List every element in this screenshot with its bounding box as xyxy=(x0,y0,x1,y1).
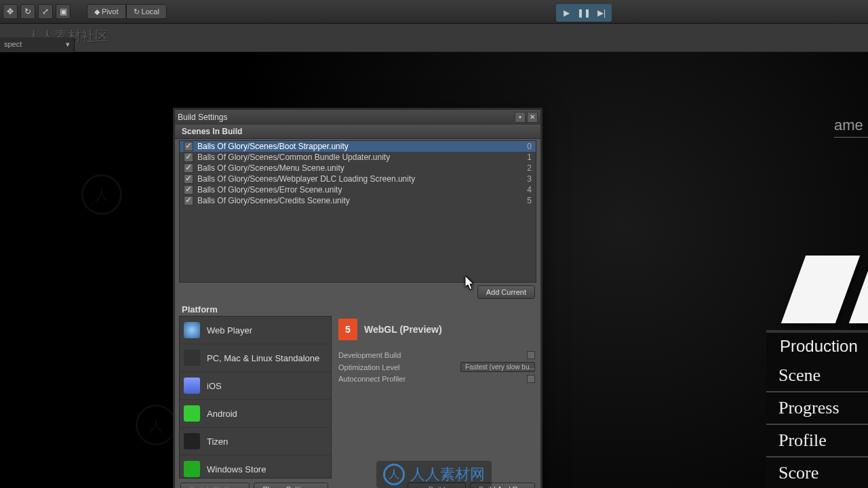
pivot-toggle[interactable]: ◆ Pivot xyxy=(87,4,126,19)
aspect-dropdown[interactable]: spect▾ xyxy=(0,37,75,52)
platform-label: Tizen xyxy=(207,436,228,447)
scenes-header: Scenes In Build xyxy=(175,125,540,139)
stage-area: 人 人 人 10,000 [Buy Co ame Institute of Gl… xyxy=(0,52,868,488)
scene-index: 3 xyxy=(518,174,532,184)
scene-index: 4 xyxy=(518,185,532,195)
sub-toolbar: 人人素材社区 xyxy=(0,24,868,52)
main-toolbar: ✥ ↻ ⤢ ▣ ◆ Pivot ↻ Local ▶ ❚❚ ▶| xyxy=(0,0,868,24)
play-button[interactable]: ▶ xyxy=(557,5,575,20)
platform-name: WebGL (Preview) xyxy=(364,324,442,335)
scene-index: 1 xyxy=(518,152,532,162)
clap-row-label: Progress xyxy=(766,392,868,425)
scene-index: 2 xyxy=(518,163,532,173)
platform-header: Platform xyxy=(175,302,540,316)
dev-build-option[interactable]: Development Build xyxy=(338,351,535,359)
checkbox-icon[interactable] xyxy=(184,196,193,205)
platform-row[interactable]: iOS xyxy=(180,372,331,400)
checkbox-icon[interactable] xyxy=(527,351,535,359)
watermark-icon: 人 xyxy=(136,405,176,445)
platform-row[interactable]: Web Player xyxy=(180,317,331,344)
optimization-dropdown[interactable]: Fastest (very slow bu... xyxy=(460,362,535,372)
step-button[interactable]: ▶| xyxy=(593,5,610,20)
platform-detail: 5 WebGL (Preview) Development Build Opti… xyxy=(337,316,536,479)
dialog-titlebar[interactable]: Build Settings ▪ ✕ xyxy=(175,110,540,125)
platform-icon xyxy=(184,378,200,394)
switch-platform-button[interactable]: Switch Platform xyxy=(180,483,250,488)
platform-row[interactable]: Tizen xyxy=(180,428,331,455)
scene-path: Balls Of Glory/Scenes/Boot Strapper.unit… xyxy=(197,142,518,151)
platform-icon xyxy=(184,322,200,338)
clapper-stripes xyxy=(781,256,868,323)
rotate-tool-button[interactable]: ⤢ xyxy=(38,4,53,19)
watermark-icon: 人 xyxy=(81,174,122,215)
platform-label: Web Player xyxy=(207,325,252,336)
platform-icon xyxy=(184,461,200,477)
play-controls: ▶ ❚❚ ▶| xyxy=(556,4,612,22)
platform-row[interactable]: Android xyxy=(180,400,331,428)
dialog-dock-button[interactable]: ▪ xyxy=(515,112,526,123)
bottom-watermark: 人 人人素材网 xyxy=(376,461,492,488)
move-tool-button[interactable]: ↻ xyxy=(20,4,35,19)
scale-tool-button[interactable]: ▣ xyxy=(56,4,71,19)
platform-label: PC, Mac & Linux Standalone xyxy=(207,353,319,363)
scene-list[interactable]: Balls Of Glory/Scenes/Boot Strapper.unit… xyxy=(179,140,536,283)
dialog-close-button[interactable]: ✕ xyxy=(527,112,538,123)
platform-label: Android xyxy=(207,409,237,419)
scene-row[interactable]: Balls Of Glory/Scenes/Error Scene.unity4 xyxy=(180,184,536,195)
platform-row[interactable]: Windows Store xyxy=(180,455,331,479)
scene-path: Balls Of Glory/Scenes/Credits Scene.unit… xyxy=(197,196,518,205)
scene-row[interactable]: Balls Of Glory/Scenes/Webplayer DLC Load… xyxy=(180,174,536,184)
local-toggle[interactable]: ↻ Local xyxy=(126,4,167,19)
build-settings-dialog: Build Settings ▪ ✕ Scenes In Build Balls… xyxy=(173,108,542,488)
platform-label: iOS xyxy=(207,381,222,391)
handle-mode-segment: ◆ Pivot ↻ Local xyxy=(87,4,167,19)
platform-icon xyxy=(184,433,200,449)
pause-button[interactable]: ❚❚ xyxy=(575,5,593,20)
clap-production-label: Production xyxy=(780,337,858,356)
optimization-option[interactable]: Optimization Level Fastest (very slow bu… xyxy=(338,362,535,372)
scene-path: Balls Of Glory/Scenes/Menu Scene.unity xyxy=(197,163,518,173)
checkbox-icon[interactable] xyxy=(527,375,535,383)
checkbox-icon[interactable] xyxy=(184,142,193,151)
autoconnect-option[interactable]: Autoconnect Profiler xyxy=(338,375,535,383)
checkbox-icon[interactable] xyxy=(184,185,193,195)
platform-row[interactable]: PC, Mac & Linux Standalone xyxy=(180,344,331,372)
scene-row[interactable]: Balls Of Glory/Scenes/Credits Scene.unit… xyxy=(180,195,536,206)
clap-row-label: Scene xyxy=(766,360,868,392)
clap-row-label: Score xyxy=(766,458,868,488)
scene-row[interactable]: Balls Of Glory/Scenes/Boot Strapper.unit… xyxy=(180,141,536,152)
watermark-logo-icon: 人 xyxy=(383,464,405,485)
scene-path: Balls Of Glory/Scenes/Error Scene.unity xyxy=(197,185,518,195)
scene-index: 0 xyxy=(518,142,532,151)
checkbox-icon[interactable] xyxy=(184,152,193,162)
add-current-button[interactable]: Add Current xyxy=(477,285,535,299)
platform-label: Windows Store xyxy=(207,464,266,474)
scene-index: 5 xyxy=(518,196,532,205)
checkbox-icon[interactable] xyxy=(184,163,193,173)
player-settings-button[interactable]: Player Settings... xyxy=(254,483,328,488)
clapperboard: Production BALLS OF GLOR Scene Progress … xyxy=(766,256,868,488)
scene-path: Balls Of Glory/Scenes/Common Bundle Upda… xyxy=(197,152,518,162)
scene-row[interactable]: Balls Of Glory/Scenes/Common Bundle Upda… xyxy=(180,152,536,163)
scene-row[interactable]: Balls Of Glory/Scenes/Menu Scene.unity2 xyxy=(180,163,536,174)
hand-tool-button[interactable]: ✥ xyxy=(3,4,18,19)
checkbox-icon[interactable] xyxy=(184,174,193,184)
clap-row-label: Profile xyxy=(766,425,868,458)
html5-icon: 5 xyxy=(338,319,357,340)
platform-icon xyxy=(184,405,200,422)
platform-icon xyxy=(184,350,200,366)
platform-list[interactable]: Web PlayerPC, Mac & Linux StandaloneiOSA… xyxy=(179,316,332,479)
scene-path: Balls Of Glory/Scenes/Webplayer DLC Load… xyxy=(197,174,518,184)
dialog-title-text: Build Settings xyxy=(178,113,227,122)
institute-label: ame Institute xyxy=(834,117,868,138)
